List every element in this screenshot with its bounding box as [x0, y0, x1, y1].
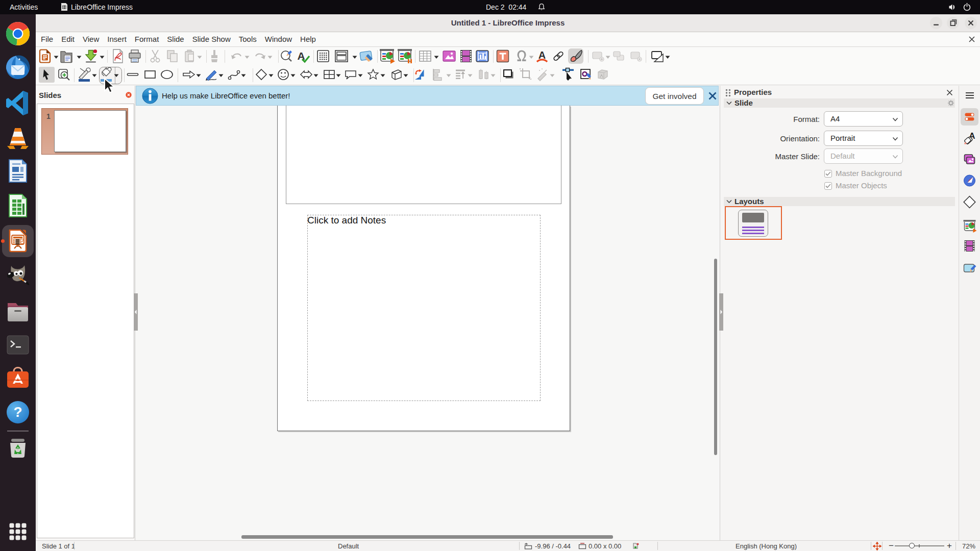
- svg-text:?: ?: [13, 404, 22, 420]
